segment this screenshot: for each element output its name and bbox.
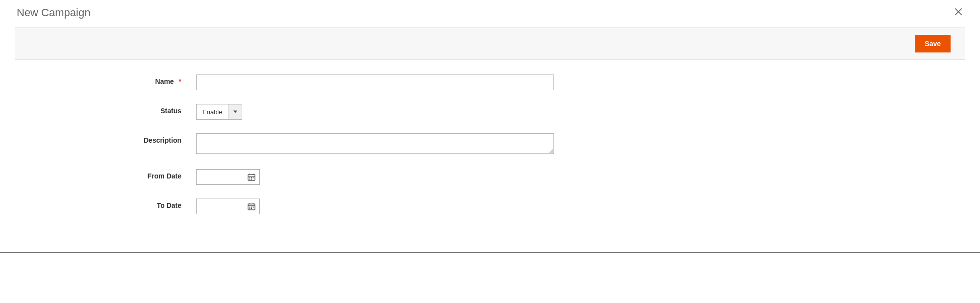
name-input[interactable] — [196, 75, 554, 90]
description-control-wrap — [196, 133, 554, 155]
svg-rect-19 — [250, 208, 251, 209]
form-row-name: Name * — [15, 75, 965, 90]
chevron-down-icon — [233, 110, 237, 114]
from-date-wrap — [196, 169, 260, 185]
from-date-picker-button[interactable] — [244, 170, 259, 184]
to-date-picker-button[interactable] — [244, 199, 259, 214]
to-date-input[interactable] — [197, 199, 244, 214]
save-button[interactable]: Save — [915, 35, 951, 52]
close-icon — [954, 7, 963, 17]
status-select-arrow — [228, 104, 242, 119]
form-row-to-date: To Date — [15, 199, 965, 214]
status-select[interactable]: Enable — [196, 104, 242, 120]
to-date-label: To Date — [15, 199, 196, 209]
svg-rect-7 — [250, 177, 251, 178]
calendar-icon — [248, 173, 255, 181]
status-label: Status — [15, 104, 196, 115]
svg-rect-18 — [253, 207, 254, 208]
name-label-text: Name — [155, 77, 174, 85]
from-date-control-wrap — [196, 169, 260, 185]
svg-rect-11 — [251, 179, 252, 180]
svg-rect-16 — [250, 207, 251, 208]
modal-container: New Campaign Save Name * Status Enable — [0, 0, 980, 253]
action-bar: Save — [15, 27, 965, 60]
status-control-wrap: Enable — [196, 104, 242, 120]
close-button[interactable] — [952, 5, 965, 21]
from-date-label: From Date — [15, 169, 196, 180]
svg-rect-17 — [251, 207, 252, 208]
svg-rect-10 — [250, 179, 251, 180]
svg-rect-9 — [253, 177, 254, 178]
form-row-from-date: From Date — [15, 169, 965, 185]
svg-rect-20 — [251, 208, 252, 209]
description-label: Description — [15, 133, 196, 144]
modal-title: New Campaign — [17, 6, 90, 19]
svg-marker-2 — [233, 111, 237, 113]
from-date-input[interactable] — [197, 170, 244, 184]
status-select-value: Enable — [197, 104, 228, 119]
form-row-description: Description — [15, 133, 965, 155]
form-row-status: Status Enable — [15, 104, 965, 120]
name-control-wrap — [196, 75, 554, 90]
to-date-control-wrap — [196, 199, 260, 214]
required-mark: * — [179, 77, 181, 85]
form-body: Name * Status Enable De — [0, 60, 980, 233]
modal-header: New Campaign — [0, 0, 980, 27]
name-label: Name * — [15, 75, 196, 85]
to-date-wrap — [196, 199, 260, 214]
description-input[interactable] — [196, 133, 554, 154]
calendar-icon — [248, 202, 255, 210]
svg-rect-8 — [251, 177, 252, 178]
